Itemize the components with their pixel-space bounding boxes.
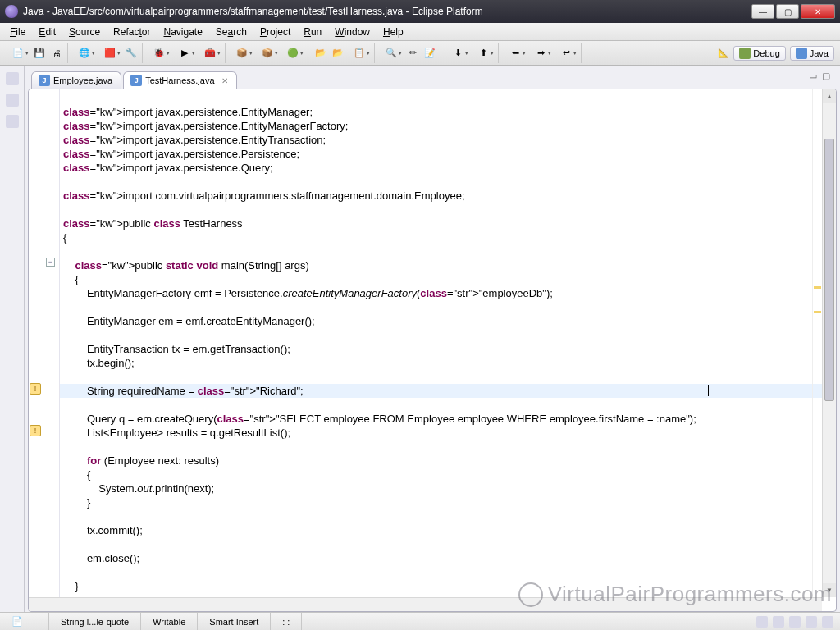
prev-annotation-button[interactable]: ⬆ (471, 45, 495, 62)
open-task-button[interactable]: 📋 (347, 45, 372, 62)
status-bar: 📄 String l...le-quote Writable Smart Ins… (0, 612, 840, 630)
open-type-button[interactable]: 📂 (330, 45, 346, 62)
java-file-icon: J (39, 75, 50, 86)
search-button[interactable]: 🔍 (379, 45, 404, 62)
menu-run[interactable]: Run (297, 25, 328, 39)
java-file-icon: J (130, 75, 142, 86)
status-insert: Smart Insert (198, 613, 271, 630)
tab-employee[interactable]: J Employee.java (31, 71, 121, 89)
horizontal-scrollbar[interactable] (29, 597, 822, 611)
tab-close-icon[interactable]: ✕ (221, 76, 228, 85)
main-toolbar: 📄 💾 🖨 🌐 🟥 🔧 🐞 ▶ 🧰 📦 📦 🟢 📂 📂 📋 🔍 ✏ 📝 ⬇ ⬆ … (0, 41, 840, 66)
menu-file[interactable]: File (3, 25, 32, 39)
menu-help[interactable]: Help (377, 25, 410, 39)
last-edit-button[interactable]: ↩ (554, 45, 578, 62)
scroll-down-icon[interactable]: ▼ (823, 583, 836, 597)
code-editor[interactable]: ! ! − class="kw">import javax.persistenc… (28, 89, 837, 612)
tray-icon[interactable] (756, 616, 768, 628)
eclipse-icon (5, 5, 18, 18)
scrollbar-thumb[interactable] (824, 139, 834, 401)
minimize-view-icon[interactable]: ▭ (809, 71, 817, 81)
navigator-icon[interactable] (6, 115, 19, 128)
status-context: String l...le-quote (49, 613, 141, 630)
tab-testharness[interactable]: J TestHarness.java ✕ (123, 71, 236, 89)
code-text[interactable]: class="kw">import javax.persistence.Enti… (60, 89, 836, 611)
editor-tabs: J Employee.java J TestHarness.java ✕ ▭ ▢ (28, 69, 837, 89)
fold-toggle-icon[interactable]: − (46, 258, 55, 267)
window-title: Java - JavaEE/src/com/virtualpairprogram… (23, 6, 750, 17)
status-tray (756, 616, 840, 628)
perspective-debug[interactable]: Debug (733, 46, 785, 61)
status-mode: Writable (141, 613, 198, 630)
servers-button[interactable]: 🟥 (98, 45, 122, 62)
left-trim (0, 66, 25, 612)
back-button[interactable]: ⬅ (503, 45, 527, 62)
folding-column: − (43, 89, 60, 611)
menu-project[interactable]: Project (253, 25, 297, 39)
menu-bar: File Edit Source Refactor Navigate Searc… (0, 23, 840, 41)
vertical-scrollbar[interactable]: ▲ ▼ (822, 89, 836, 597)
package-explorer-icon[interactable] (6, 72, 19, 85)
status-icon-cell: 📄 (0, 613, 49, 630)
minimize-button[interactable]: — (751, 4, 774, 19)
window-titlebar: Java - JavaEE/src/com/virtualpairprogram… (0, 0, 840, 23)
menu-edit[interactable]: Edit (32, 25, 62, 39)
hierarchy-icon[interactable] (6, 94, 19, 107)
menu-window[interactable]: Window (328, 25, 377, 39)
tray-icon[interactable] (822, 616, 833, 628)
menu-refactor[interactable]: Refactor (107, 25, 157, 39)
new-class-button[interactable]: 📦 (255, 45, 280, 62)
warning-icon[interactable]: ! (30, 425, 41, 436)
perspective-java[interactable]: Java (790, 46, 834, 61)
workspace: J Employee.java J TestHarness.java ✕ ▭ ▢… (0, 66, 840, 612)
mark-button[interactable]: 📝 (422, 45, 438, 62)
status-position: : : (271, 613, 302, 630)
tray-icon[interactable] (806, 616, 817, 628)
tool-button[interactable]: 🔧 (123, 45, 139, 62)
warning-icon[interactable]: ! (30, 383, 41, 395)
new-package-button[interactable]: 📦 (230, 45, 254, 62)
run-button[interactable]: ▶ (172, 45, 197, 62)
close-button[interactable]: ✕ (801, 4, 835, 19)
open-folder-button[interactable]: 📂 (313, 45, 329, 62)
open-perspective-button[interactable]: 📐 (715, 45, 732, 62)
print-button[interactable]: 🖨 (48, 45, 65, 62)
annotate-button[interactable]: ✏ (404, 45, 421, 62)
marker-column: ! ! (29, 89, 43, 611)
save-button[interactable]: 💾 (31, 45, 48, 62)
forward-button[interactable]: ➡ (528, 45, 553, 62)
menu-navigate[interactable]: Navigate (157, 25, 208, 39)
menu-search[interactable]: Search (209, 25, 253, 39)
tray-icon[interactable] (773, 616, 784, 628)
ext-tools-button[interactable]: 🧰 (198, 45, 222, 62)
maximize-view-icon[interactable]: ▢ (822, 71, 830, 81)
debug-button[interactable]: 🐞 (147, 45, 171, 62)
maximize-button[interactable]: ▢ (776, 4, 799, 19)
menu-source[interactable]: Source (62, 25, 107, 39)
new-button[interactable]: 📄 (6, 45, 30, 62)
window-controls: — ▢ ✕ (750, 4, 835, 19)
next-annotation-button[interactable]: ⬇ (445, 45, 470, 62)
scroll-up-icon[interactable]: ▲ (823, 89, 836, 103)
tray-icon[interactable] (789, 616, 801, 628)
new-type-button[interactable]: 🟢 (281, 45, 305, 62)
editor-area: J Employee.java J TestHarness.java ✕ ▭ ▢… (25, 66, 840, 612)
overview-ruler[interactable] (812, 89, 822, 597)
browser-button[interactable]: 🌐 (72, 45, 97, 62)
